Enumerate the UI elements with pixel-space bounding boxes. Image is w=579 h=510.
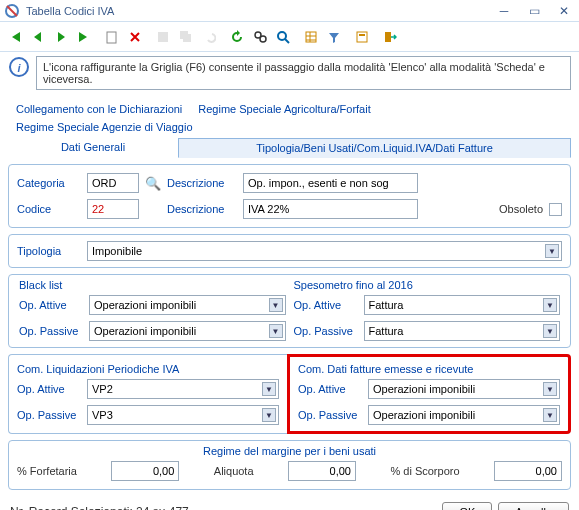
lq-passive-select[interactable]: VP3▼: [87, 405, 279, 425]
search-icon[interactable]: [272, 26, 294, 48]
scorp-label: % di Scorporo: [390, 465, 459, 477]
status-text: Nr. Record Selezionati: 24 su 477: [10, 505, 189, 510]
last-record-icon[interactable]: [73, 26, 95, 48]
df-passive-label: Op. Passive: [298, 409, 362, 421]
liquid-title: Com. Liquidazioni Periodiche IVA: [17, 363, 279, 375]
sp-attive-label: Op. Attive: [294, 299, 358, 311]
chevron-down-icon: ▼: [543, 298, 557, 312]
aliq-label: Aliquota: [214, 465, 254, 477]
svg-rect-10: [359, 34, 365, 36]
tab-tipologia-active[interactable]: Tipologia/Beni Usati/Com.Liquid.IVA/Dati…: [178, 138, 571, 158]
datifatt-title: Com. Dati fatture emesse e ricevute: [298, 363, 560, 375]
toolbar: [0, 22, 579, 52]
blacklist-title: Black list: [19, 279, 286, 291]
categoria-input[interactable]: [87, 173, 139, 193]
card-view-icon[interactable]: [351, 26, 373, 48]
descrizione1-input[interactable]: [243, 173, 418, 193]
svg-rect-11: [385, 32, 391, 42]
categoria-label: Categoria: [17, 177, 81, 189]
df-passive-select[interactable]: Operazioni imponibili▼: [368, 405, 560, 425]
blacklist-speso-panel: Black list Op. Attive Operazioni imponib…: [8, 274, 571, 348]
new-record-icon[interactable]: [101, 26, 123, 48]
chevron-down-icon: ▼: [262, 382, 276, 396]
categoria-lookup-icon[interactable]: 🔍: [145, 176, 161, 191]
liquid-panel: Com. Liquidazioni Periodiche IVA Op. Att…: [8, 354, 287, 434]
sp-passive-label: Op. Passive: [294, 325, 358, 337]
tab-regime-agricoltura[interactable]: Regime Speciale Agricoltura/Forfait: [190, 100, 378, 118]
bl-passive-select[interactable]: Operazioni imponibili▼: [89, 321, 286, 341]
tipologia-panel: Tipologia Imponibile ▼: [8, 234, 571, 268]
tipologia-select[interactable]: Imponibile ▼: [87, 241, 562, 261]
tab-row-1: Collegamento con le Dichiarazioni Regime…: [8, 100, 571, 136]
maximize-button[interactable]: ▭: [523, 4, 545, 18]
obsoleto-label: Obsoleto: [499, 203, 543, 215]
prev-record-icon[interactable]: [27, 26, 49, 48]
forf-label: % Forfetaria: [17, 465, 77, 477]
lq-attive-select[interactable]: VP2▼: [87, 379, 279, 399]
lq-attive-label: Op. Attive: [17, 383, 81, 395]
svg-rect-2: [158, 32, 168, 42]
find-icon[interactable]: [249, 26, 271, 48]
chevron-down-icon: ▼: [543, 324, 557, 338]
svg-rect-1: [107, 32, 116, 43]
window-title: Tabella Codici IVA: [26, 5, 114, 17]
delete-record-icon[interactable]: [124, 26, 146, 48]
svg-point-6: [260, 36, 266, 42]
forf-input[interactable]: [111, 461, 179, 481]
chevron-down-icon: ▼: [545, 244, 559, 258]
codice-input[interactable]: [87, 199, 139, 219]
footer: Nr. Record Selezionati: 24 su 477 OK Ann…: [0, 496, 579, 510]
app-icon: [4, 3, 20, 19]
tab-collegamento[interactable]: Collegamento con le Dichiarazioni: [8, 100, 190, 118]
speso-title: Spesometro fino al 2016: [294, 279, 561, 291]
sp-passive-select[interactable]: Fattura▼: [364, 321, 561, 341]
chevron-down-icon: ▼: [262, 408, 276, 422]
header-panel: Categoria 🔍 Descrizione Codice Descrizio…: [8, 164, 571, 228]
obsoleto-checkbox[interactable]: [549, 203, 562, 216]
titlebar: Tabella Codici IVA ─ ▭ ✕: [0, 0, 579, 22]
bl-passive-label: Op. Passive: [19, 325, 83, 337]
tipologia-label: Tipologia: [17, 245, 81, 257]
tab-regime-agenzie[interactable]: Regime Speciale Agenzie di Viaggio: [8, 118, 201, 136]
svg-rect-4: [183, 34, 191, 42]
save-icon: [152, 26, 174, 48]
next-record-icon[interactable]: [50, 26, 72, 48]
ok-button[interactable]: OK: [442, 502, 492, 510]
chevron-down-icon: ▼: [543, 408, 557, 422]
descrizione1-label: Descrizione: [167, 177, 237, 189]
info-text: L'icona raffigurante la Griglia (F6) con…: [36, 56, 571, 90]
first-record-icon[interactable]: [4, 26, 26, 48]
grid-icon[interactable]: [300, 26, 322, 48]
save-all-icon: [175, 26, 197, 48]
datifatture-panel: Com. Dati fatture emesse e ricevute Op. …: [287, 354, 571, 434]
margine-title: Regime del margine per i beni usati: [17, 445, 562, 457]
margine-panel: Regime del margine per i beni usati % Fo…: [8, 440, 571, 490]
descrizione2-label: Descrizione: [167, 203, 237, 215]
exit-icon[interactable]: [379, 26, 401, 48]
svg-point-7: [278, 32, 286, 40]
chevron-down-icon: ▼: [543, 382, 557, 396]
df-attive-label: Op. Attive: [298, 383, 362, 395]
undo-icon: [198, 26, 220, 48]
tab-dati-generali[interactable]: Dati Generali: [8, 138, 178, 158]
df-attive-select[interactable]: Operazioni imponibili▼: [368, 379, 560, 399]
sp-attive-select[interactable]: Fattura▼: [364, 295, 561, 315]
bl-attive-label: Op. Attive: [19, 299, 83, 311]
descrizione2-input[interactable]: [243, 199, 418, 219]
tipologia-value: Imponibile: [92, 245, 142, 257]
chevron-down-icon: ▼: [269, 324, 283, 338]
minimize-button[interactable]: ─: [493, 4, 515, 18]
aliq-input[interactable]: [288, 461, 356, 481]
tab-row-2: Dati Generali Tipologia/Beni Usati/Com.L…: [8, 138, 571, 158]
bl-attive-select[interactable]: Operazioni imponibili▼: [89, 295, 286, 315]
scorp-input[interactable]: [494, 461, 562, 481]
codice-label: Codice: [17, 203, 81, 215]
close-button[interactable]: ✕: [553, 4, 575, 18]
annulla-button[interactable]: Annulla: [498, 502, 569, 510]
svg-rect-9: [357, 32, 367, 42]
lq-passive-label: Op. Passive: [17, 409, 81, 421]
chevron-down-icon: ▼: [269, 298, 283, 312]
filter-icon[interactable]: [323, 26, 345, 48]
refresh-icon[interactable]: [226, 26, 248, 48]
info-icon: i: [8, 56, 30, 80]
